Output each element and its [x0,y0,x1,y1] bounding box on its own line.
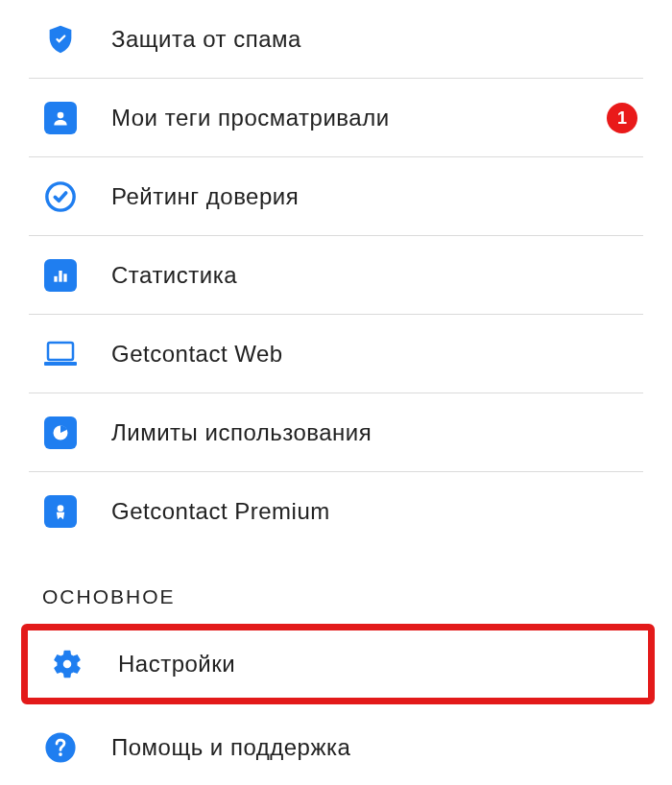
menu-item-help-support[interactable]: Помощь и поддержка [0,708,672,785]
menu-item-settings[interactable]: Настройки [21,624,655,704]
svg-point-0 [58,112,64,119]
svg-point-11 [59,752,62,756]
svg-rect-4 [63,274,66,281]
menu-item-spam-protection[interactable]: Защита от спама [0,0,672,79]
menu-item-statistics[interactable]: Статистика [0,236,672,315]
menu-label: Рейтинг доверия [111,183,643,210]
gear-icon [49,646,85,682]
menu-item-my-tags-viewed[interactable]: Мои теги просматривали 1 [0,79,672,157]
menu-label: Настройки [118,651,636,678]
menu-label: Статистика [111,262,643,289]
menu-item-premium[interactable]: Getcontact Premium [0,472,672,551]
svg-point-8 [58,505,64,511]
menu-label: Getcontact Premium [111,498,643,525]
menu-item-usage-limits[interactable]: Лимиты использования [0,393,672,472]
menu-label: Защита от спама [111,26,643,53]
svg-rect-2 [54,276,57,282]
notification-badge: 1 [607,103,637,133]
section-header-main: ОСНОВНОЕ [0,551,672,620]
laptop-icon [42,336,79,372]
svg-rect-6 [44,362,77,366]
contact-icon [42,100,79,136]
checkmark-circle-icon [42,178,79,215]
menu-label: Мои теги просматривали [111,105,607,131]
shield-icon [42,21,79,58]
menu-label: Лимиты использования [111,419,643,446]
svg-rect-3 [59,271,61,282]
help-icon [42,729,79,766]
menu-item-getcontact-web[interactable]: Getcontact Web [0,315,672,393]
premium-badge-icon [42,493,79,530]
chart-bar-icon [42,257,79,294]
menu-label: Getcontact Web [111,341,643,368]
svg-point-9 [63,660,72,669]
menu-list: Защита от спама Мои теги просматривали 1… [0,0,672,785]
pie-chart-icon [42,415,79,451]
svg-rect-5 [48,343,73,360]
menu-label: Помощь и поддержка [111,734,643,761]
menu-item-trust-rating[interactable]: Рейтинг доверия [0,157,672,236]
